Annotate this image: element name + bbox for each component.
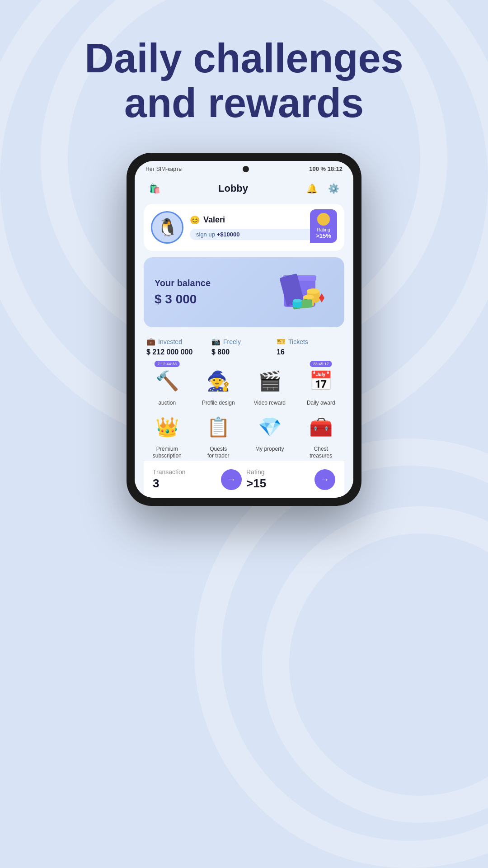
- chest-label: Chesttreasures: [310, 446, 332, 459]
- profile-design-icon-wrapper: 🧙: [202, 364, 235, 397]
- balance-amount: $ 3 000: [155, 292, 211, 307]
- auction-timer: 7:12:44:33: [154, 361, 180, 367]
- transaction-value: 3: [153, 476, 216, 491]
- phone-wrapper: Нет SIM-карты 100 % 18:12 🛍️ Lobby 🔔: [0, 153, 488, 506]
- balance-label: Your balance: [155, 278, 211, 288]
- svg-point-5: [307, 288, 319, 294]
- bottom-bar: Transaction 3 → Rating >15 →: [144, 461, 344, 498]
- transaction-section: Transaction 3: [153, 468, 216, 491]
- shop-icon: 🛍️: [149, 183, 160, 194]
- activity-profile-design[interactable]: 🧙 Profile design: [195, 364, 242, 406]
- daily-award-label: Daily award: [307, 400, 335, 406]
- stat-invested-value: $ 212 000 000: [146, 348, 211, 356]
- invested-icon: 💼: [146, 337, 155, 346]
- stat-tickets: 🎫 Tickets 16: [277, 337, 342, 356]
- video-reward-icon: 🎬: [258, 370, 282, 392]
- stat-invested: 💼 Invested $ 212 000 000: [146, 337, 211, 356]
- bg-circle-3: [262, 506, 488, 823]
- status-right: 100 % 18:12: [309, 165, 343, 172]
- avatar: 🐧: [151, 211, 183, 244]
- daily-award-icon: 📅: [309, 370, 333, 392]
- profile-design-icon: 🧙: [206, 370, 230, 392]
- settings-icon: ⚙️: [328, 183, 339, 194]
- stat-freely: 📷 Freely $ 800: [211, 337, 277, 356]
- activity-my-property[interactable]: 💎 My property: [246, 410, 293, 459]
- status-left: Нет SIM-карты: [145, 166, 183, 172]
- auction-icon: 🔨: [155, 370, 179, 392]
- shop-button[interactable]: 🛍️: [146, 180, 163, 197]
- quests-icon-wrapper: 📋: [202, 410, 235, 443]
- rating-label: Rating: [246, 468, 310, 476]
- chest-icon-wrapper: 🧰: [305, 410, 337, 443]
- notification-button[interactable]: 🔔: [304, 180, 320, 197]
- auction-icon-wrapper: 7:12:44:33 🔨: [151, 364, 183, 397]
- phone-screen: Нет SIM-карты 100 % 18:12 🛍️ Lobby 🔔: [135, 161, 353, 498]
- freely-icon: 📷: [211, 337, 221, 346]
- transaction-arrow-button[interactable]: →: [221, 469, 242, 490]
- activity-quests[interactable]: 📋 Questsfor trader: [195, 410, 242, 459]
- signup-label: sign up: [196, 231, 215, 238]
- transaction-label: Transaction: [153, 468, 216, 476]
- activity-video-reward[interactable]: 🎬 Video reward: [246, 364, 293, 406]
- rating-badge: Rating >15%: [310, 209, 337, 243]
- profile-card: 🐧 😊 Valeri sign up +$10000 Ratin: [144, 204, 344, 251]
- stat-freely-label: 📷 Freely: [211, 337, 277, 346]
- my-property-label: My property: [255, 446, 284, 452]
- quests-label: Questsfor trader: [207, 446, 230, 459]
- settings-button[interactable]: ⚙️: [325, 180, 342, 197]
- daily-award-timer: 23:45:17: [310, 361, 332, 367]
- tickets-icon: 🎫: [277, 337, 286, 346]
- chest-icon: 🧰: [309, 416, 333, 438]
- activity-premium[interactable]: 👑 Premiumsubscription: [144, 410, 191, 459]
- activity-grid-row2: 👑 Premiumsubscription 📋 Questsfor trader…: [144, 410, 344, 459]
- quests-icon: 📋: [206, 416, 230, 438]
- page-title: Daily challengesand rewards: [0, 0, 488, 144]
- daily-award-icon-wrapper: 23:45:17 📅: [305, 364, 337, 397]
- balance-card: Your balance $ 3 000: [144, 257, 344, 327]
- rating-arrow-button[interactable]: →: [314, 469, 335, 490]
- user-emoji: 😊: [190, 215, 200, 225]
- stat-tickets-label: 🎫 Tickets: [277, 337, 342, 346]
- top-nav: 🛍️ Lobby 🔔 ⚙️: [144, 175, 344, 204]
- svg-point-14: [293, 299, 302, 302]
- activity-chest[interactable]: 🧰 Chesttreasures: [298, 410, 345, 459]
- app-content: 🛍️ Lobby 🔔 ⚙️ 🐧: [135, 175, 353, 498]
- stat-invested-label: 💼 Invested: [146, 337, 211, 346]
- camera-notch: [243, 166, 249, 172]
- stat-freely-value: $ 800: [211, 348, 277, 356]
- rating-section: Rating >15: [246, 468, 310, 491]
- nav-icons: 🔔 ⚙️: [304, 180, 342, 197]
- my-property-icon-wrapper: 💎: [253, 410, 286, 443]
- video-reward-label: Video reward: [254, 400, 286, 406]
- activity-grid-row1: 7:12:44:33 🔨 auction 🧙 Profile design: [144, 364, 344, 406]
- activity-daily-award[interactable]: 23:45:17 📅 Daily award: [298, 364, 345, 406]
- stats-row: 💼 Invested $ 212 000 000 📷 Freely $ 800: [144, 335, 344, 364]
- rating-bottom-value: >15: [246, 476, 310, 491]
- video-reward-icon-wrapper: 🎬: [253, 364, 286, 397]
- stat-tickets-value: 16: [277, 348, 342, 356]
- my-property-icon: 💎: [258, 416, 282, 438]
- rating-label: Rating: [315, 227, 332, 232]
- svg-point-8: [303, 295, 314, 299]
- signup-amount: +$10000: [217, 231, 240, 238]
- premium-label: Premiumsubscription: [153, 446, 182, 459]
- balance-info: Your balance $ 3 000: [155, 278, 211, 307]
- activity-auction[interactable]: 7:12:44:33 🔨 auction: [144, 364, 191, 406]
- status-bar: Нет SIM-карты 100 % 18:12: [135, 161, 353, 175]
- nav-title: Lobby: [218, 183, 248, 194]
- svg-marker-11: [319, 293, 324, 302]
- phone-device: Нет SIM-карты 100 % 18:12 🛍️ Lobby 🔔: [127, 153, 361, 506]
- user-name: Valeri: [203, 215, 225, 225]
- balance-illustration: [270, 266, 333, 318]
- rating-coin: [317, 213, 330, 226]
- notification-icon: 🔔: [306, 183, 318, 194]
- profile-design-label: Profile design: [202, 400, 235, 406]
- premium-icon-wrapper: 👑: [151, 410, 183, 443]
- premium-icon: 👑: [155, 416, 179, 438]
- auction-label: auction: [158, 400, 176, 406]
- rating-value: >15%: [315, 232, 332, 239]
